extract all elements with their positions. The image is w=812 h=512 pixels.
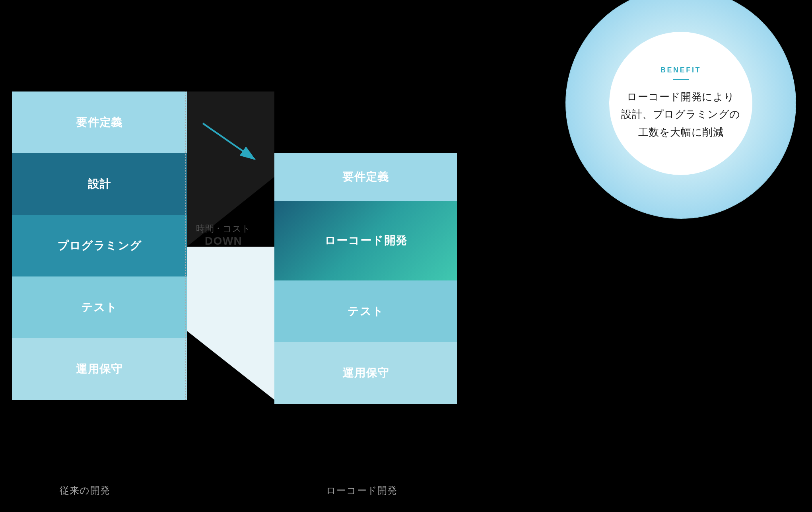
right-lowcode-label: ローコード開発 [324,233,408,248]
benefit-text: ローコード開発により設計、プログラミングの工数を大幅に削減 [621,88,740,141]
left-block-test: テスト [12,276,187,338]
left-block-yoken: 要件定義 [12,91,187,153]
left-unyo-label: 運用保守 [76,362,123,377]
right-column: 要件定義 ローコード開発 テスト 運用保守 [274,153,457,404]
left-test-label: テスト [81,300,117,315]
left-column: 要件定義 設計 プログラミング テスト 運用保守 [12,91,187,400]
arrow-container [195,115,266,167]
middle-bottom-light [187,247,274,400]
benefit-circle-outer: BENEFIT ローコード開発により設計、プログラミングの工数を大幅に削減 [565,0,796,219]
benefit-label: BENEFIT [660,66,701,74]
left-yoken-label: 要件定義 [76,115,123,130]
time-cost-label: 時間・コスト DOWN [180,223,267,247]
right-block-unyo: 運用保守 [274,342,457,404]
label-lowcode-dev: ローコード開発 [326,484,397,497]
benefit-divider [673,79,689,80]
time-cost-line2: DOWN [180,235,267,247]
right-block-yoken: 要件定義 [274,153,457,201]
label-traditional-dev: 従来の開発 [60,484,110,497]
benefit-circle-inner: BENEFIT ローコード開発により設計、プログラミングの工数を大幅に削減 [609,32,752,175]
main-container: 要件定義 設計 プログラミング テスト 運用保守 [0,0,812,512]
left-programming-label: プログラミング [57,238,142,253]
left-sekkei-label: 設計 [88,177,111,192]
right-block-lowcode: ローコード開発 [274,201,457,280]
left-block-programming: プログラミング [12,215,187,276]
svg-line-1 [203,123,254,159]
right-test-label: テスト [348,304,384,319]
right-block-test: テスト [274,280,457,342]
right-yoken-label: 要件定義 [342,169,389,185]
diagonal-arrow-icon [195,115,266,167]
time-cost-line1: 時間・コスト [180,223,267,235]
left-block-sekkei: 設計 [12,153,187,215]
left-block-unyo: 運用保守 [12,338,187,400]
right-unyo-label: 運用保守 [342,366,389,381]
